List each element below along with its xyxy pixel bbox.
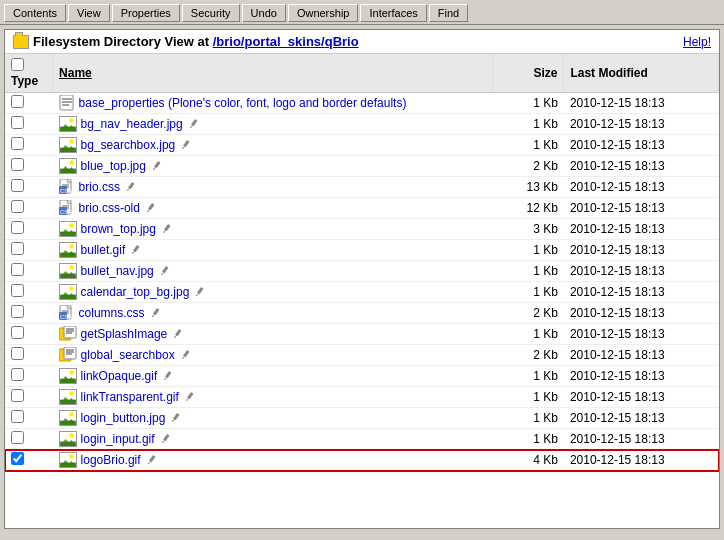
size-column-header: Size — [493, 54, 564, 93]
file-name-link[interactable]: global_searchbox — [81, 348, 175, 362]
row-modified-cell: 2010-12-15 18:13 — [564, 408, 719, 429]
row-select-checkbox[interactable] — [11, 95, 24, 108]
file-name-link[interactable]: linkTransparent.gif — [81, 390, 179, 404]
interfaces-button[interactable]: Interfaces — [360, 4, 426, 22]
edit-pencil-icon[interactable] — [162, 224, 172, 235]
edit-pencil-icon[interactable] — [160, 266, 170, 277]
svg-rect-96 — [60, 400, 76, 404]
svg-point-100 — [69, 412, 73, 416]
row-select-checkbox[interactable] — [11, 431, 24, 444]
undo-button[interactable]: Undo — [242, 4, 286, 22]
svg-rect-102 — [60, 421, 76, 425]
file-name-link[interactable]: base_properties (Plone's color, font, lo… — [79, 96, 407, 110]
security-button[interactable]: Security — [182, 4, 240, 22]
row-name-cell: brown_top.jpg — [53, 219, 493, 240]
row-select-checkbox[interactable] — [11, 116, 24, 129]
select-all-checkbox[interactable] — [11, 58, 24, 71]
edit-pencil-icon[interactable] — [126, 182, 136, 193]
file-name-link[interactable]: bullet_nav.jpg — [81, 264, 154, 278]
row-select-checkbox[interactable] — [11, 137, 24, 150]
svg-point-41 — [69, 223, 73, 227]
edit-pencil-icon[interactable] — [171, 413, 181, 424]
row-select-checkbox[interactable] — [11, 242, 24, 255]
file-type-icon — [59, 116, 77, 132]
file-name-link[interactable]: bg_searchbox.jpg — [81, 138, 176, 152]
file-name-link[interactable]: login_button.jpg — [81, 411, 166, 425]
file-name-link[interactable]: linkOpaque.gif — [81, 369, 158, 383]
table-row: blue_top.jpg 2 Kb2010-12-15 18:13 — [5, 156, 719, 177]
row-name-cell: getSplashImage — [53, 324, 493, 345]
row-select-checkbox[interactable] — [11, 263, 24, 276]
svg-marker-98 — [186, 399, 188, 401]
table-row: login_input.gif 1 Kb2010-12-15 18:13 — [5, 429, 719, 450]
row-name-cell: bullet.gif — [53, 240, 493, 261]
row-size-cell: 1 Kb — [493, 429, 564, 450]
edit-pencil-icon[interactable] — [151, 308, 161, 319]
folder-icon — [13, 35, 29, 49]
row-select-checkbox[interactable] — [11, 221, 24, 234]
row-modified-cell: 2010-12-15 18:13 — [564, 261, 719, 282]
row-select-checkbox[interactable] — [11, 326, 24, 339]
row-name-cell: CSS brio.css-old — [53, 198, 493, 219]
path-qbrio-link[interactable]: qBrio — [325, 34, 359, 49]
properties-button[interactable]: Properties — [112, 4, 180, 22]
row-select-checkbox[interactable] — [11, 158, 24, 171]
file-name-link[interactable]: login_input.gif — [81, 432, 155, 446]
row-select-checkbox[interactable] — [11, 200, 24, 213]
path-brio-link[interactable]: /brio/ — [213, 34, 245, 49]
edit-pencil-icon[interactable] — [185, 392, 195, 403]
edit-pencil-icon[interactable] — [152, 161, 162, 172]
modified-column-header: Last Modified — [564, 54, 719, 93]
edit-pencil-icon[interactable] — [146, 203, 156, 214]
path-portal-skins-link[interactable]: portal_skins — [244, 34, 321, 49]
file-name-link[interactable]: bullet.gif — [81, 243, 126, 257]
file-name-link[interactable]: calendar_top_bg.jpg — [81, 285, 190, 299]
row-select-checkbox[interactable] — [11, 305, 24, 318]
table-row: CSS brio.css-old 12 Kb2010-12-15 18:13 — [5, 198, 719, 219]
svg-rect-19 — [60, 169, 76, 173]
table-row: base_properties (Plone's color, font, lo… — [5, 93, 719, 114]
row-select-checkbox[interactable] — [11, 368, 24, 381]
contents-button[interactable]: Contents — [4, 4, 66, 22]
find-button[interactable]: Find — [429, 4, 468, 22]
svg-point-11 — [69, 139, 73, 143]
edit-pencil-icon[interactable] — [181, 140, 191, 151]
edit-pencil-icon[interactable] — [163, 371, 173, 382]
edit-pencil-icon[interactable] — [147, 455, 157, 466]
row-select-checkbox[interactable] — [11, 410, 24, 423]
svg-rect-90 — [60, 379, 76, 383]
file-name-link[interactable]: bg_nav_header.jpg — [81, 117, 183, 131]
edit-pencil-icon[interactable] — [195, 287, 205, 298]
svg-marker-15 — [182, 147, 184, 149]
file-name-link[interactable]: getSplashImage — [81, 327, 168, 341]
file-name-link[interactable]: blue_top.jpg — [81, 159, 146, 173]
file-name-link[interactable]: brio.css-old — [79, 201, 140, 215]
svg-marker-21 — [153, 168, 155, 170]
row-size-cell: 1 Kb — [493, 324, 564, 345]
edit-pencil-icon[interactable] — [189, 119, 199, 130]
row-size-cell: 3 Kb — [493, 219, 564, 240]
name-column-header[interactable]: Name — [53, 54, 493, 93]
edit-pencil-icon[interactable] — [181, 350, 191, 361]
help-link[interactable]: Help! — [683, 35, 711, 49]
row-name-cell: logoBrio.gif — [53, 450, 493, 471]
file-name-link[interactable]: brio.css — [79, 180, 120, 194]
row-select-checkbox[interactable] — [11, 347, 24, 360]
row-select-checkbox[interactable] — [11, 179, 24, 192]
row-modified-cell: 2010-12-15 18:13 — [564, 114, 719, 135]
row-select-checkbox[interactable] — [11, 284, 24, 297]
row-select-checkbox[interactable] — [11, 389, 24, 402]
edit-pencil-icon[interactable] — [173, 329, 183, 340]
edit-pencil-icon[interactable] — [161, 434, 171, 445]
svg-rect-85 — [183, 350, 189, 357]
edit-pencil-icon[interactable] — [131, 245, 141, 256]
view-button[interactable]: View — [68, 4, 110, 22]
ownership-button[interactable]: Ownership — [288, 4, 359, 22]
file-name-link[interactable]: brown_top.jpg — [81, 222, 156, 236]
svg-rect-43 — [60, 232, 76, 236]
file-name-link[interactable]: logoBrio.gif — [81, 453, 141, 467]
file-name-link[interactable]: columns.css — [79, 306, 145, 320]
path-header: Filesystem Directory View at /brio/porta… — [5, 30, 719, 54]
row-name-cell: linkTransparent.gif — [53, 387, 493, 408]
row-select-checkbox[interactable] — [11, 452, 24, 465]
